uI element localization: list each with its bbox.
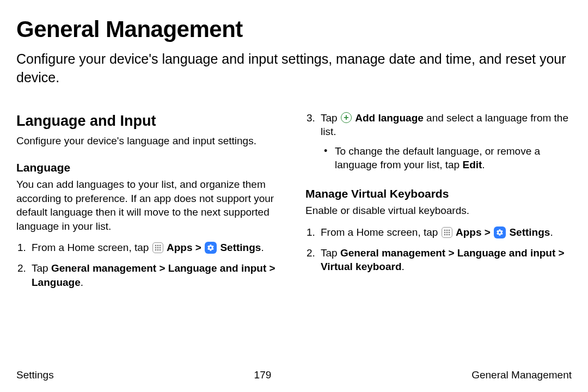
step-item: Tap General management > Language and in… (305, 246, 572, 274)
bullet-item: To change the default language, or remov… (321, 144, 572, 172)
steps-list: From a Home screen, tap Apps > Settings. (305, 225, 572, 274)
step-text: Tap (321, 247, 340, 259)
steps-list: From a Home screen, tap Apps > Settings. (16, 241, 283, 289)
page-title: General Management (16, 16, 572, 42)
apps-label: Apps (167, 242, 193, 253)
step-text: Tap (32, 262, 51, 274)
add-language-label: Add language (355, 112, 424, 124)
apps-label: Apps (456, 226, 482, 238)
step-path: General management > Language and input … (32, 262, 275, 288)
period-text: . (482, 159, 485, 170)
svg-point-13 (446, 232, 448, 234)
svg-point-17 (448, 234, 450, 236)
apps-icon (442, 227, 452, 238)
svg-point-7 (157, 249, 158, 251)
edit-label: Edit (462, 159, 482, 170)
svg-point-5 (159, 247, 161, 249)
svg-point-4 (157, 247, 158, 249)
section-heading-language-input: Language and Input (16, 111, 283, 131)
settings-label: Settings (220, 242, 261, 253)
sub-bullet-list: To change the default language, or remov… (321, 144, 572, 172)
svg-point-12 (444, 232, 445, 234)
svg-point-1 (157, 245, 158, 247)
plus-icon: + (341, 112, 352, 123)
section-desc: Configure your device's language and inp… (16, 134, 283, 148)
settings-icon (494, 226, 506, 238)
period-text: . (550, 226, 553, 238)
step-text: From a Home screen, tap (321, 226, 441, 238)
svg-point-11 (448, 230, 450, 231)
step-item: From a Home screen, tap Apps > Settings. (305, 225, 572, 240)
svg-point-14 (448, 232, 450, 234)
body-text: You can add languages to your list, and … (16, 177, 283, 234)
svg-point-10 (446, 230, 448, 231)
section-desc: Enable or disable virtual keyboards. (305, 204, 572, 218)
settings-label: Settings (509, 226, 550, 238)
footer-page-number: 179 (254, 369, 272, 381)
chevron-text: > (192, 242, 204, 253)
svg-point-8 (159, 249, 161, 251)
svg-point-9 (444, 230, 445, 231)
period-text: . (402, 261, 405, 272)
subsection-heading-keyboards: Manage Virtual Keyboards (305, 186, 572, 201)
left-column: Language and Input Configure your device… (16, 111, 283, 361)
svg-point-2 (159, 245, 161, 247)
subsection-heading-language: Language (16, 160, 283, 175)
content-columns: Language and Input Configure your device… (16, 111, 572, 361)
step-text: Tap (321, 112, 340, 124)
svg-point-16 (446, 234, 448, 236)
step-path: General management > Language and input … (321, 247, 565, 273)
settings-icon (205, 242, 217, 254)
chevron-text: > (481, 226, 493, 238)
footer-left: Settings (16, 369, 54, 381)
steps-list-continued: Tap + Add language and select a language… (305, 111, 572, 173)
svg-point-6 (155, 249, 156, 251)
page-intro: Configure your device's language and inp… (16, 50, 572, 87)
right-column: Tap + Add language and select a language… (305, 111, 572, 361)
bullet-text: To change the default language, or remov… (335, 145, 540, 171)
period-text: . (261, 242, 264, 253)
period-text: . (81, 277, 83, 288)
svg-point-3 (155, 247, 156, 249)
step-item: Tap General management > Language and in… (16, 261, 283, 289)
svg-point-15 (444, 234, 445, 236)
footer-right: General Management (471, 369, 572, 381)
apps-icon (152, 242, 163, 253)
step-text: From a Home screen, tap (32, 242, 152, 253)
step-item: From a Home screen, tap Apps > Settings. (16, 241, 283, 255)
step-item: Tap + Add language and select a language… (305, 111, 572, 173)
svg-point-0 (155, 245, 156, 247)
page-footer: Settings 179 General Management (16, 360, 572, 381)
